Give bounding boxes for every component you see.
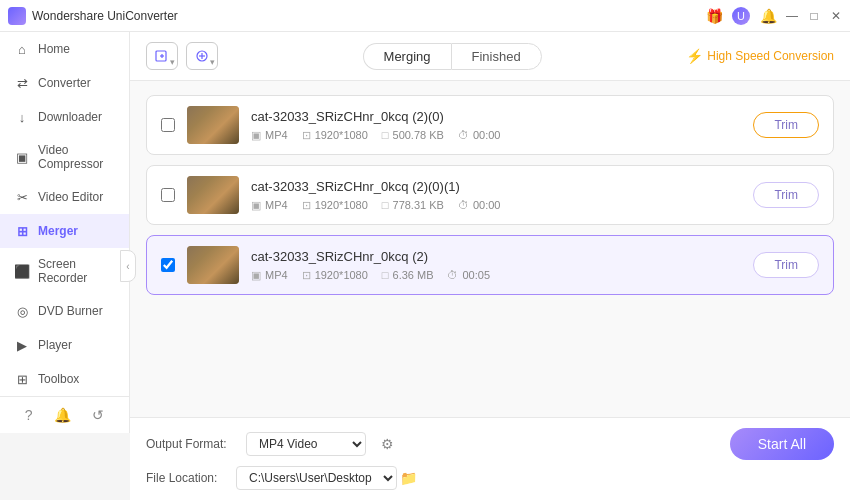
trim-button-3[interactable]: Trim <box>753 252 819 278</box>
footer-location-row: File Location: C:\Users\User\Desktop 📁 <box>146 466 834 490</box>
format-icon-1: ▣ <box>251 129 261 142</box>
maximize-button[interactable]: □ <box>808 10 820 22</box>
editor-icon: ✂ <box>14 189 30 205</box>
tab-merging[interactable]: Merging <box>363 43 451 70</box>
sidebar-label-merger: Merger <box>38 224 78 238</box>
meta-resolution-3: ⊡ 1920*1080 <box>302 269 368 282</box>
file-thumbnail-3 <box>187 246 239 284</box>
file-info-2: cat-32033_SRizCHnr_0kcq (2)(0)(1) ▣ MP4 … <box>251 179 741 212</box>
sidebar-item-player[interactable]: ▶ Player <box>0 328 129 362</box>
file-meta-3: ▣ MP4 ⊡ 1920*1080 □ 6.36 MB ⏱ <box>251 269 741 282</box>
sidebar-label-toolbox: Toolbox <box>38 372 79 386</box>
dvd-icon: ◎ <box>14 303 30 319</box>
add-format-button[interactable]: ▾ <box>186 42 218 70</box>
refresh-icon[interactable]: ↺ <box>92 407 104 423</box>
thumb-image-3 <box>187 246 239 284</box>
trim-button-1[interactable]: Trim <box>753 112 819 138</box>
file-list-area: cat-32033_SRizCHnr_0kcq (2)(0) ▣ MP4 ⊡ 1… <box>130 81 850 417</box>
sidebar-item-video-editor[interactable]: ✂ Video Editor <box>0 180 129 214</box>
footer: Output Format: MP4 Video ⚙ Start All Fil… <box>130 417 850 500</box>
sidebar-label-compressor: Video Compressor <box>38 143 115 171</box>
file-info-3: cat-32033_SRizCHnr_0kcq (2) ▣ MP4 ⊡ 1920… <box>251 249 741 282</box>
sidebar-label-home: Home <box>38 42 70 56</box>
output-format-select[interactable]: MP4 Video <box>246 432 366 456</box>
main-layout: ⌂ Home ⇄ Converter ↓ Downloader ▣ Video … <box>0 32 850 500</box>
size-icon-2: □ <box>382 199 389 211</box>
file-thumbnail-2 <box>187 176 239 214</box>
sidebar-item-dvd-burner[interactable]: ◎ DVD Burner <box>0 294 129 328</box>
file-checkbox-3[interactable] <box>161 258 175 272</box>
start-all-button[interactable]: Start All <box>730 428 834 460</box>
meta-size-3: □ 6.36 MB <box>382 269 434 281</box>
sidebar-label-dvd: DVD Burner <box>38 304 103 318</box>
sidebar-item-screen-recorder[interactable]: ⬛ Screen Recorder <box>0 248 129 294</box>
output-format-label: Output Format: <box>146 437 236 451</box>
downloader-icon: ↓ <box>14 109 30 125</box>
add-file-button[interactable]: ▾ <box>146 42 178 70</box>
file-location-select[interactable]: C:\Users\User\Desktop <box>236 466 397 490</box>
meta-size-1: □ 500.78 KB <box>382 129 444 141</box>
meta-duration-1: ⏱ 00:00 <box>458 129 501 141</box>
sidebar-label-converter: Converter <box>38 76 91 90</box>
content-area: ▾ ▾ Merging Finished ⚡ High Speed Conver… <box>130 32 850 500</box>
title-bar-right: 🎁 U 🔔 — □ ✕ <box>706 7 842 25</box>
header-left: ▾ ▾ <box>146 42 218 70</box>
output-settings-icon[interactable]: ⚙ <box>376 433 398 455</box>
sidebar-item-converter[interactable]: ⇄ Converter <box>0 66 129 100</box>
table-row: cat-32033_SRizCHnr_0kcq (2)(0)(1) ▣ MP4 … <box>146 165 834 225</box>
folder-icon[interactable]: 📁 <box>397 467 419 489</box>
table-row: cat-32033_SRizCHnr_0kcq (2)(0) ▣ MP4 ⊡ 1… <box>146 95 834 155</box>
minimize-button[interactable]: — <box>786 10 798 22</box>
sidebar-item-downloader[interactable]: ↓ Downloader <box>0 100 129 134</box>
meta-format-3: ▣ MP4 <box>251 269 288 282</box>
tab-group: Merging Finished <box>363 43 542 70</box>
size-icon-1: □ <box>382 129 389 141</box>
meta-duration-2: ⏱ 00:00 <box>458 199 501 211</box>
size-icon-3: □ <box>382 269 389 281</box>
resolution-icon-3: ⊡ <box>302 269 311 282</box>
file-name-2: cat-32033_SRizCHnr_0kcq (2)(0)(1) <box>251 179 741 194</box>
meta-size-2: □ 778.31 KB <box>382 199 444 211</box>
file-name-3: cat-32033_SRizCHnr_0kcq (2) <box>251 249 741 264</box>
sidebar-item-merger[interactable]: ⊞ Merger <box>0 214 129 248</box>
format-icon-2: ▣ <box>251 199 261 212</box>
table-row: cat-32033_SRizCHnr_0kcq (2) ▣ MP4 ⊡ 1920… <box>146 235 834 295</box>
file-info-1: cat-32033_SRizCHnr_0kcq (2)(0) ▣ MP4 ⊡ 1… <box>251 109 741 142</box>
sidebar-item-video-compressor[interactable]: ▣ Video Compressor <box>0 134 129 180</box>
file-meta-1: ▣ MP4 ⊡ 1920*1080 □ 500.78 KB ⏱ <box>251 129 741 142</box>
user-icon[interactable]: U <box>732 7 750 25</box>
app-logo <box>8 7 26 25</box>
file-checkbox-2[interactable] <box>161 188 175 202</box>
footer-output-row: Output Format: MP4 Video ⚙ Start All <box>146 428 834 460</box>
toolbox-icon: ⊞ <box>14 371 30 387</box>
meta-resolution-1: ⊡ 1920*1080 <box>302 129 368 142</box>
gift-icon[interactable]: 🎁 <box>706 8 722 24</box>
file-checkbox-1[interactable] <box>161 118 175 132</box>
file-thumbnail-1 <box>187 106 239 144</box>
player-icon: ▶ <box>14 337 30 353</box>
compressor-icon: ▣ <box>14 149 30 165</box>
notification-icon[interactable]: 🔔 <box>54 407 71 423</box>
resolution-icon-1: ⊡ <box>302 129 311 142</box>
sidebar-wrapper: ⌂ Home ⇄ Converter ↓ Downloader ▣ Video … <box>0 32 130 500</box>
high-speed-button[interactable]: ⚡ High Speed Conversion <box>686 48 834 64</box>
help-icon[interactable]: ? <box>25 407 33 423</box>
thumb-image-2 <box>187 176 239 214</box>
sidebar-item-home[interactable]: ⌂ Home <box>0 32 129 66</box>
add-format-chevron: ▾ <box>210 57 215 67</box>
sidebar-collapse-button[interactable]: ‹ <box>120 250 136 282</box>
tab-finished[interactable]: Finished <box>451 43 542 70</box>
trim-button-2[interactable]: Trim <box>753 182 819 208</box>
bolt-icon: ⚡ <box>686 48 703 64</box>
close-button[interactable]: ✕ <box>830 10 842 22</box>
clock-icon-3: ⏱ <box>447 269 458 281</box>
meta-format-1: ▣ MP4 <box>251 129 288 142</box>
bell-icon[interactable]: 🔔 <box>760 8 776 24</box>
sidebar-item-toolbox[interactable]: ⊞ Toolbox <box>0 362 129 396</box>
converter-icon: ⇄ <box>14 75 30 91</box>
file-meta-2: ▣ MP4 ⊡ 1920*1080 □ 778.31 KB ⏱ <box>251 199 741 212</box>
meta-duration-3: ⏱ 00:05 <box>447 269 490 281</box>
merger-icon: ⊞ <box>14 223 30 239</box>
add-file-chevron: ▾ <box>170 57 175 67</box>
meta-resolution-2: ⊡ 1920*1080 <box>302 199 368 212</box>
